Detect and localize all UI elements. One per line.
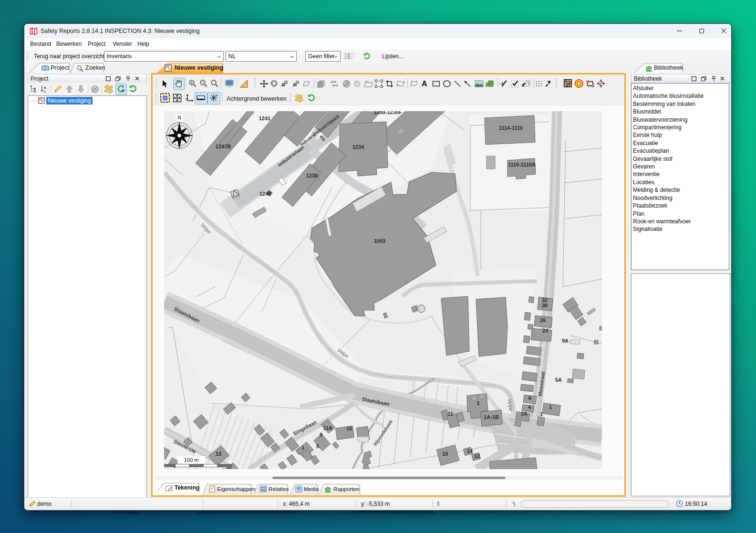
svg-text:1238: 1238 [306,173,318,178]
svg-text:N: N [177,115,181,120]
svg-text:11A: 11A [323,425,332,431]
svg-text:1234: 1234 [352,144,364,150]
svg-text:13: 13 [216,451,221,457]
svg-text:9A: 9A [562,338,569,344]
svg-text:1: 1 [540,411,543,417]
svg-text:1: 1 [301,445,304,450]
svg-text:N: N [216,94,217,97]
svg-text:1110-1110A: 1110-1110A [508,162,536,167]
svg-text:A: A [422,80,427,88]
svg-text:1A-1B: 1A-1B [484,414,499,420]
svg-text:1: 1 [549,404,552,410]
svg-text:5A: 5A [555,377,562,383]
svg-text:14: 14 [467,448,473,454]
svg-text:1003: 1003 [374,238,385,244]
svg-text:10: 10 [442,451,448,457]
svg-text:6: 6 [528,395,531,401]
svg-text:2A: 2A [521,411,528,417]
svg-text:24: 24 [542,328,549,334]
svg-text:1241: 1241 [259,115,270,121]
svg-text:1114-1116: 1114-1116 [499,125,523,131]
svg-text:5: 5 [316,443,319,449]
svg-text:4: 4 [528,404,531,410]
svg-text:100 m: 100 m [184,457,199,463]
svg-text:26: 26 [540,317,546,323]
svg-text:1230-1230F: 1230-1230F [373,111,402,115]
svg-text:3: 3 [476,400,479,406]
svg-text:15: 15 [346,426,352,431]
svg-text:1246: 1246 [259,191,271,197]
svg-text:z: z [44,89,46,93]
svg-text:11: 11 [447,411,453,417]
svg-text:12: 12 [474,453,480,459]
svg-text:9: 9 [320,432,322,438]
svg-text:1247B: 1247B [216,144,231,149]
svg-text:30: 30 [542,303,548,308]
